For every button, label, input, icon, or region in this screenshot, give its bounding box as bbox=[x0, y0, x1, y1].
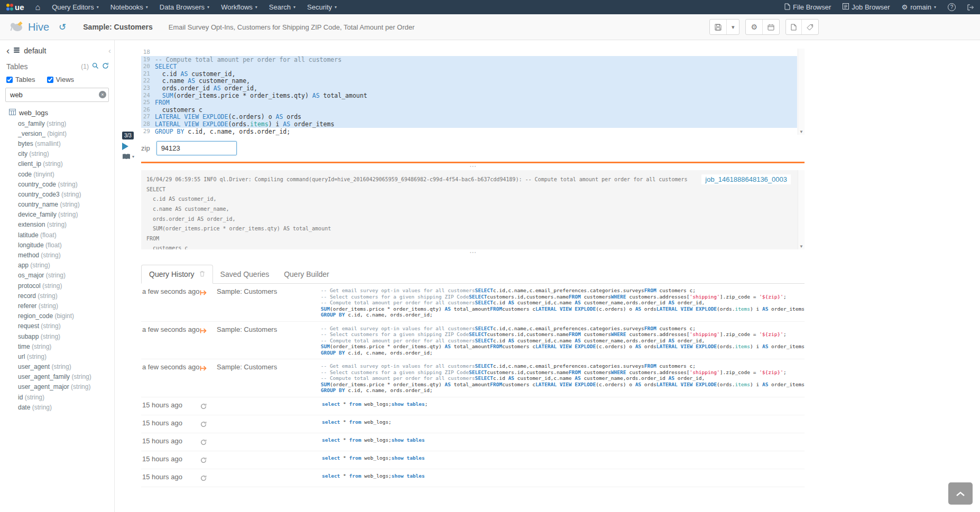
column-item[interactable]: subapp (string) bbox=[0, 331, 114, 341]
column-item[interactable]: url (string) bbox=[0, 351, 114, 361]
home-icon[interactable]: ⌂ bbox=[30, 0, 47, 14]
column-item[interactable]: app (string) bbox=[0, 260, 114, 271]
table-item[interactable]: web_logs bbox=[0, 107, 114, 118]
menu-data-browsers[interactable]: Data Browsers▾ bbox=[154, 0, 215, 14]
file-browser-link[interactable]: File Browser bbox=[779, 0, 837, 14]
column-item[interactable]: longitude (float) bbox=[0, 240, 114, 250]
scroll-down-icon[interactable]: ▼ bbox=[799, 129, 803, 134]
variable-input[interactable] bbox=[156, 141, 237, 155]
save-dropdown-caret[interactable]: ▾ bbox=[727, 20, 739, 34]
tab-saved-queries[interactable]: Saved Queries bbox=[213, 265, 277, 283]
editor-line[interactable]: 19-- Compute total amount per order for … bbox=[141, 56, 797, 63]
job-link[interactable]: job_1461888648136_0003 bbox=[701, 174, 791, 184]
column-item[interactable]: latitude (float) bbox=[0, 230, 114, 240]
tables-filter-toggle[interactable]: Tables bbox=[6, 76, 35, 83]
code-editor[interactable]: 1819-- Compute total amount per order fo… bbox=[141, 49, 805, 135]
history-query-text[interactable]: select * from web_logs;show tables bbox=[322, 437, 805, 443]
editor-line[interactable]: 25FROM bbox=[141, 99, 797, 106]
menu-security[interactable]: Security▾ bbox=[301, 0, 343, 14]
menu-search[interactable]: Search▾ bbox=[263, 0, 301, 14]
database-name[interactable]: default bbox=[24, 46, 46, 55]
column-item[interactable]: protocol (string) bbox=[0, 281, 114, 291]
tables-checkbox[interactable] bbox=[6, 77, 13, 83]
query-history-row[interactable]: 15 hours agoselect * from web_logs; bbox=[141, 415, 805, 433]
editor-line[interactable]: 21 c.id AS customer_id, bbox=[141, 70, 797, 78]
history-query-text[interactable]: select * from web_logs;show tables; bbox=[322, 401, 805, 407]
user-menu[interactable]: ⚙ romain ▾ bbox=[896, 0, 942, 14]
query-history-row[interactable]: a few seconds agoSample: Customers-- Get… bbox=[141, 359, 805, 397]
search-icon[interactable] bbox=[92, 62, 99, 71]
column-item[interactable]: _version_ (bigint) bbox=[0, 128, 114, 138]
history-query-name[interactable]: Sample: Customers bbox=[217, 287, 321, 295]
query-history-row[interactable]: a few seconds agoSample: Customers-- Get… bbox=[141, 322, 805, 360]
history-icon[interactable]: ↺ bbox=[59, 22, 66, 33]
column-item[interactable]: city (string) bbox=[0, 149, 114, 159]
resize-grip-bottom[interactable]: ⋯ bbox=[141, 249, 805, 256]
history-query-text[interactable]: select * from web_logs;show tables bbox=[322, 473, 805, 479]
tab-query-history[interactable]: Query History bbox=[141, 265, 213, 284]
new-document-button[interactable] bbox=[786, 20, 802, 34]
query-name[interactable]: Sample: Customers bbox=[83, 23, 152, 31]
clear-history-icon[interactable] bbox=[199, 270, 205, 278]
column-item[interactable]: method (string) bbox=[0, 250, 114, 260]
history-query-text[interactable]: -- Get email survey opt-in values for al… bbox=[321, 363, 805, 394]
query-history-row[interactable]: 15 hours agoselect * from web_logs;show … bbox=[141, 397, 805, 415]
collapse-assist-icon[interactable]: ‹ bbox=[108, 46, 111, 55]
column-item[interactable]: record (string) bbox=[0, 291, 114, 301]
settings-button[interactable]: ⚙ bbox=[746, 20, 763, 34]
log-scrollbar[interactable]: ▼ bbox=[798, 170, 805, 249]
job-browser-link[interactable]: Job Browser bbox=[837, 0, 895, 14]
history-query-name[interactable]: Sample: Customers bbox=[217, 325, 321, 333]
menu-query-editors[interactable]: Query Editors▾ bbox=[46, 0, 105, 14]
editor-line[interactable]: 29GROUP BY c.id, c.name, ords.order_id; bbox=[141, 128, 797, 135]
column-item[interactable]: client_ip (string) bbox=[0, 159, 114, 169]
scroll-to-top-button[interactable] bbox=[948, 482, 973, 505]
column-item[interactable]: country_code (string) bbox=[0, 179, 114, 189]
tab-query-builder[interactable]: Query Builder bbox=[276, 265, 337, 283]
column-item[interactable]: country_code3 (string) bbox=[0, 189, 114, 199]
hue-logo[interactable]: ue bbox=[0, 0, 30, 14]
app-name[interactable]: Hive bbox=[28, 21, 49, 33]
save-button[interactable] bbox=[710, 20, 727, 34]
query-history-row[interactable]: a few seconds agoSample: Customers-- Get… bbox=[141, 284, 805, 322]
column-item[interactable]: date (string) bbox=[0, 402, 114, 412]
menu-notebooks[interactable]: Notebooks▾ bbox=[105, 0, 154, 14]
schedule-button[interactable] bbox=[763, 20, 779, 34]
log-panel[interactable]: 16/04/29 06:59:55 INFO ql.Driver: Compil… bbox=[141, 170, 805, 249]
column-item[interactable]: user_agent_family (string) bbox=[0, 372, 114, 382]
column-item[interactable]: region_code (bigint) bbox=[0, 311, 114, 321]
column-item[interactable]: device_family (string) bbox=[0, 210, 114, 220]
editor-line[interactable]: 24 SUM(order_items.price * order_items.q… bbox=[141, 92, 797, 99]
editor-line[interactable]: 27LATERAL VIEW EXPLODE(c.orders) o AS or… bbox=[141, 113, 797, 120]
history-query-text[interactable]: select * from web_logs; bbox=[322, 419, 805, 425]
views-filter-toggle[interactable]: Views bbox=[47, 76, 74, 83]
editor-line[interactable]: 26 customers c bbox=[141, 106, 797, 114]
scroll-down-icon[interactable]: ▼ bbox=[799, 244, 803, 249]
column-item[interactable]: id (string) bbox=[0, 392, 114, 402]
column-item[interactable]: user_agent_major (string) bbox=[0, 382, 114, 392]
column-item[interactable]: user_agent (string) bbox=[0, 362, 114, 372]
history-query-text[interactable]: select * from web_logs;show tables bbox=[322, 455, 805, 461]
execute-button[interactable] bbox=[122, 143, 128, 150]
editor-line[interactable]: 23 ords.order_id AS order_id, bbox=[141, 85, 797, 92]
query-history-row[interactable]: 15 hours agoselect * from web_logs;show … bbox=[141, 451, 805, 469]
tags-button[interactable] bbox=[802, 20, 818, 34]
column-item[interactable]: os_family (string) bbox=[0, 118, 114, 128]
column-item[interactable]: code (tinyint) bbox=[0, 169, 114, 179]
history-query-text[interactable]: -- Get email survey opt-in values for al… bbox=[321, 287, 805, 318]
history-query-text[interactable]: -- Get email survey opt-in values for al… bbox=[321, 325, 805, 356]
editor-scrollbar[interactable]: ▼ bbox=[798, 49, 805, 135]
table-filter-input[interactable] bbox=[5, 88, 109, 102]
refresh-icon[interactable] bbox=[102, 62, 109, 71]
help-icon[interactable]: ? bbox=[942, 0, 961, 14]
column-item[interactable]: request (string) bbox=[0, 321, 114, 331]
query-history-row[interactable]: 15 hours agoselect * from web_logs;show … bbox=[141, 433, 805, 451]
menu-workflows[interactable]: Workflows▾ bbox=[215, 0, 263, 14]
editor-line[interactable]: 18 bbox=[141, 49, 797, 56]
column-item[interactable]: time (string) bbox=[0, 341, 114, 351]
editor-line[interactable]: 22 c.name AS customer_name, bbox=[141, 77, 797, 85]
column-item[interactable]: bytes (smallint) bbox=[0, 138, 114, 148]
clear-filter-icon[interactable]: × bbox=[99, 91, 106, 98]
navigator-button[interactable]: ▾ bbox=[122, 153, 134, 160]
editor-line[interactable]: 20SELECT bbox=[141, 63, 797, 70]
